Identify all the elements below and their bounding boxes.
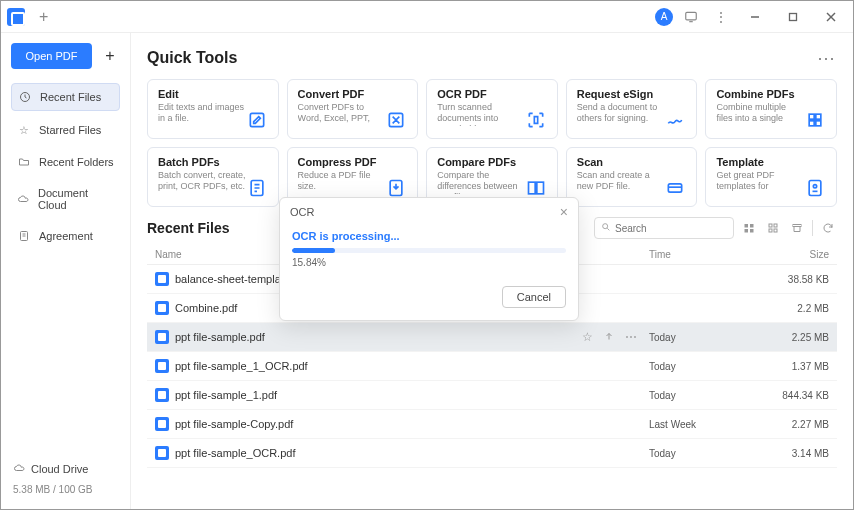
quick-tools-grid: Edit Edit texts and images in a file. Co… (147, 79, 837, 207)
tool-title: Compare PDFs (437, 156, 525, 168)
sidebar-item-recent-folders[interactable]: Recent Folders (11, 149, 120, 175)
file-size: 2.2 MB (759, 303, 829, 314)
tool-desc: Combine multiple files into a single PDF… (716, 102, 804, 126)
svg-rect-11 (809, 121, 814, 126)
search-box[interactable] (594, 217, 734, 239)
tool-desc: Convert PDFs to Word, Excel, PPT, etc. (298, 102, 386, 126)
sidebar-item-label: Agreement (39, 230, 93, 242)
sidebar: Open PDF + Recent Files ☆ Starred Files … (1, 33, 131, 509)
file-time: Today (649, 332, 759, 343)
feedback-icon[interactable] (679, 5, 703, 29)
tool-title: Compress PDF (298, 156, 386, 168)
cloud-icon (13, 462, 25, 476)
view-list-icon[interactable] (740, 219, 758, 237)
archive-icon[interactable] (788, 219, 806, 237)
file-time: Last Week (649, 419, 759, 430)
col-header-size[interactable]: Size (759, 249, 829, 260)
window-maximize-button[interactable] (777, 5, 809, 29)
svg-rect-30 (793, 225, 801, 227)
tool-title: OCR PDF (437, 88, 525, 100)
ocr-dialog: OCR × OCR is processing... 15.84% Cancel (279, 197, 579, 321)
star-icon[interactable]: ☆ (582, 330, 593, 345)
sidebar-item-label: Document Cloud (38, 187, 114, 211)
sidebar-item-starred-files[interactable]: ☆ Starred Files (11, 117, 120, 143)
tool-title: Request eSign (577, 88, 665, 100)
svg-rect-26 (769, 224, 772, 227)
open-pdf-button[interactable]: Open PDF (11, 43, 92, 69)
search-icon (601, 222, 611, 234)
svg-rect-10 (816, 114, 821, 119)
pdf-file-icon (155, 330, 169, 344)
tool-card[interactable]: Convert PDF Convert PDFs to Word, Excel,… (287, 79, 419, 139)
file-row[interactable]: ppt file-sample_1.pdf Today 844.34 KB (147, 381, 837, 410)
svg-rect-29 (774, 229, 777, 232)
tool-title: Scan (577, 156, 665, 168)
svg-rect-2 (790, 13, 797, 20)
tool-card[interactable]: OCR PDF Turn scanned documents into sear… (426, 79, 558, 139)
svg-rect-23 (750, 224, 754, 228)
file-name-text: ppt file-sample-Copy.pdf (175, 418, 293, 430)
svg-rect-9 (809, 114, 814, 119)
tool-card[interactable]: Template Get great PDF templates for res… (705, 147, 837, 207)
file-time: Today (649, 390, 759, 401)
sidebar-item-document-cloud[interactable]: Document Cloud (11, 181, 120, 217)
svg-rect-28 (769, 229, 772, 232)
tool-card[interactable]: Request eSign Send a document to others … (566, 79, 698, 139)
view-grid-icon[interactable] (764, 219, 782, 237)
tool-card[interactable]: Edit Edit texts and images in a file. (147, 79, 279, 139)
pdf-file-icon (155, 417, 169, 431)
dialog-close-icon[interactable]: × (560, 204, 568, 220)
tool-desc: Scan and create a new PDF file. (577, 170, 665, 192)
more-icon[interactable]: ⋯ (625, 330, 637, 345)
tool-card[interactable]: Batch PDFs Batch convert, create, print,… (147, 147, 279, 207)
tool-card[interactable]: Combine PDFs Combine multiple files into… (705, 79, 837, 139)
progress-percent-label: 15.84% (292, 257, 566, 268)
cloud-drive-label: Cloud Drive (31, 463, 88, 475)
tool-icon (664, 156, 686, 198)
pdf-file-icon (155, 301, 169, 315)
file-row[interactable]: ppt file-sample-Copy.pdf Last Week 2.27 … (147, 410, 837, 439)
window-close-button[interactable] (815, 5, 847, 29)
cloud-usage-text: 5.38 MB / 100 GB (11, 480, 120, 499)
progress-bar-track (292, 248, 566, 253)
file-size: 2.25 MB (759, 332, 829, 343)
tool-icon (385, 88, 407, 130)
upload-icon[interactable] (603, 330, 615, 345)
file-time: Today (649, 361, 759, 372)
file-row[interactable]: ppt file-sample_1_OCR.pdf Today 1.37 MB (147, 352, 837, 381)
file-size: 38.58 KB (759, 274, 829, 285)
tool-title: Combine PDFs (716, 88, 804, 100)
file-row[interactable]: ppt file-sample_OCR.pdf Today 3.14 MB (147, 439, 837, 468)
cloud-drive-link[interactable]: Cloud Drive (11, 458, 120, 480)
file-name-text: ppt file-sample_OCR.pdf (175, 447, 295, 459)
new-tab-button[interactable]: + (33, 8, 54, 26)
tool-desc: Compare the differences between two file… (437, 170, 525, 194)
kebab-menu-icon[interactable]: ⋮ (709, 5, 733, 29)
col-header-time[interactable]: Time (649, 249, 759, 260)
tool-icon (246, 88, 268, 130)
tool-desc: Turn scanned documents into searchable o… (437, 102, 525, 126)
tool-icon (664, 88, 686, 130)
svg-rect-0 (686, 12, 697, 20)
tool-card[interactable]: Scan Scan and create a new PDF file. (566, 147, 698, 207)
sidebar-item-agreement[interactable]: Agreement (11, 223, 120, 249)
refresh-icon[interactable] (819, 219, 837, 237)
pdf-file-icon (155, 359, 169, 373)
tool-desc: Batch convert, create, print, OCR PDFs, … (158, 170, 246, 192)
file-row[interactable]: ppt file-sample.pdf ☆ ⋯ Today 2.25 MB (147, 323, 837, 352)
search-input[interactable] (615, 223, 727, 234)
progress-bar-fill (292, 248, 335, 253)
tool-title: Convert PDF (298, 88, 386, 100)
divider (812, 220, 813, 236)
dialog-title: OCR (290, 206, 314, 218)
user-avatar[interactable]: A (655, 8, 673, 26)
sidebar-item-recent-files[interactable]: Recent Files (11, 83, 120, 111)
svg-point-19 (813, 185, 816, 188)
cancel-button[interactable]: Cancel (502, 286, 566, 308)
window-minimize-button[interactable] (739, 5, 771, 29)
quick-tools-more-icon[interactable]: ⋯ (817, 47, 837, 69)
dialog-message: OCR is processing... (292, 230, 566, 242)
svg-rect-16 (537, 182, 544, 194)
tool-title: Batch PDFs (158, 156, 246, 168)
open-pdf-plus-button[interactable]: + (100, 47, 120, 65)
